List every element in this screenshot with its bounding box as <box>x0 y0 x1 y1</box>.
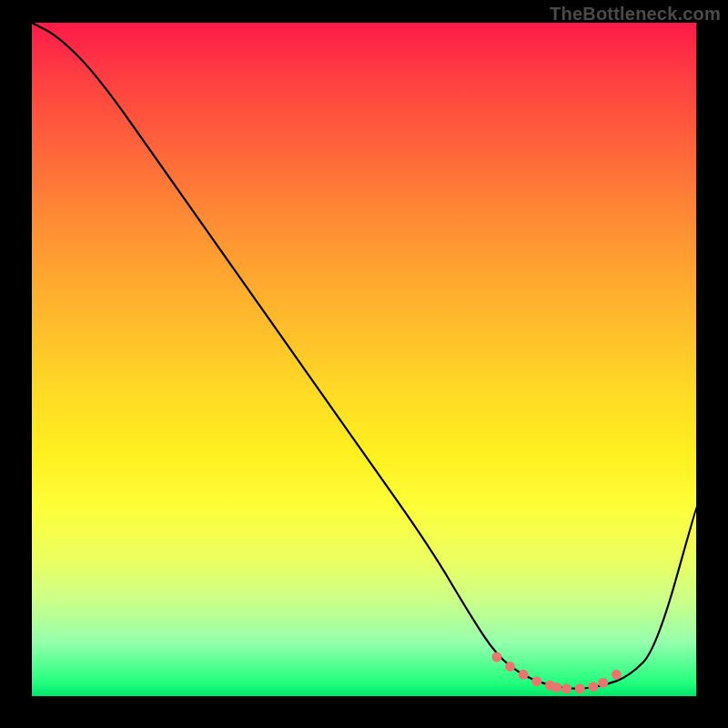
dot-marker <box>551 682 561 693</box>
dot-marker <box>505 662 515 672</box>
dot-marker <box>575 683 585 693</box>
dot-markers <box>492 652 622 694</box>
chart-svg <box>32 23 696 696</box>
dot-marker <box>598 678 608 688</box>
watermark-text: TheBottleneck.com <box>550 4 721 25</box>
chart-frame: TheBottleneck.com <box>0 0 728 728</box>
dot-marker <box>531 676 541 686</box>
plot-area <box>32 23 696 696</box>
dot-marker <box>519 670 529 680</box>
dot-marker <box>561 683 571 693</box>
dot-marker <box>492 652 502 662</box>
dot-marker <box>612 670 622 680</box>
dot-marker <box>588 682 598 692</box>
main-curve <box>32 23 696 689</box>
